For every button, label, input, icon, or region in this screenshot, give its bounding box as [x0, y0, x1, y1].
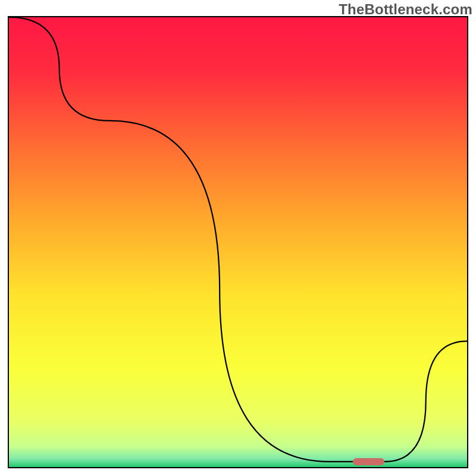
plot-area: [9, 17, 467, 467]
plot-frame: [8, 16, 468, 468]
optimal-range-marker: [353, 458, 385, 465]
chart-container: TheBottleneck.com: [0, 0, 476, 476]
watermark-text: TheBottleneck.com: [339, 1, 472, 18]
curve-layer: [9, 17, 467, 467]
bottleneck-curve: [9, 17, 467, 462]
